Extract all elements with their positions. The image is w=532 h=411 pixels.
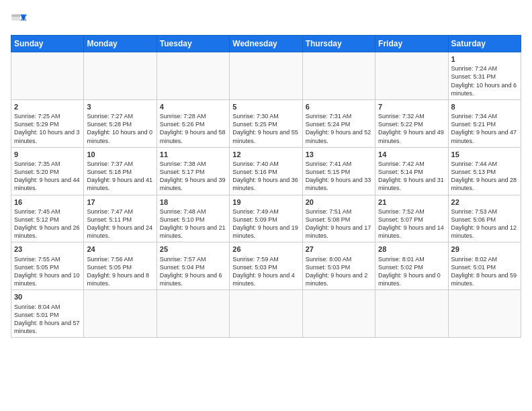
day-cell: 25Sunrise: 7:57 AM Sunset: 5:04 PM Dayli… [157,242,229,290]
day-number: 10 [87,150,153,159]
day-cell [375,52,448,100]
day-number: 9 [14,150,81,159]
weekday-sunday: Sunday [11,36,84,52]
day-number: 24 [87,244,153,254]
day-info: Sunrise: 7:59 AM Sunset: 5:03 PM Dayligh… [232,255,299,288]
day-number: 21 [378,197,445,207]
svg-rect-1 [11,15,20,17]
day-number: 30 [14,292,81,302]
day-number: 5 [232,102,299,111]
day-cell: 13Sunrise: 7:41 AM Sunset: 5:15 PM Dayli… [302,147,375,195]
day-info: Sunrise: 7:55 AM Sunset: 5:05 PM Dayligh… [14,255,81,288]
day-cell [230,290,302,338]
day-cell: 7Sunrise: 7:32 AM Sunset: 5:22 PM Daylig… [375,99,448,147]
week-row-3: 9Sunrise: 7:35 AM Sunset: 5:20 PM Daylig… [11,147,521,195]
day-cell [302,52,375,100]
day-info: Sunrise: 7:52 AM Sunset: 5:07 PM Dayligh… [378,208,445,240]
week-row-5: 23Sunrise: 7:55 AM Sunset: 5:05 PM Dayli… [11,242,521,290]
week-row-6: 30Sunrise: 8:04 AM Sunset: 5:01 PM Dayli… [11,290,521,338]
day-info: Sunrise: 7:42 AM Sunset: 5:14 PM Dayligh… [378,160,445,193]
day-number: 3 [87,102,153,111]
day-cell [84,290,157,338]
day-cell: 1Sunrise: 7:24 AM Sunset: 5:31 PM Daylig… [448,52,521,100]
day-info: Sunrise: 7:40 AM Sunset: 5:16 PM Dayligh… [232,160,299,193]
day-cell: 17Sunrise: 7:47 AM Sunset: 5:11 PM Dayli… [84,195,157,242]
day-cell: 15Sunrise: 7:44 AM Sunset: 5:13 PM Dayli… [448,147,521,195]
weekday-friday: Friday [375,36,448,52]
day-cell: 12Sunrise: 7:40 AM Sunset: 5:16 PM Dayli… [230,147,302,195]
day-number: 25 [160,244,226,254]
day-info: Sunrise: 7:57 AM Sunset: 5:04 PM Dayligh… [160,255,226,288]
day-number: 1 [451,54,518,64]
day-cell: 11Sunrise: 7:38 AM Sunset: 5:17 PM Dayli… [157,147,229,195]
day-number: 26 [232,244,299,254]
day-number: 28 [378,244,445,254]
day-number: 18 [160,197,226,207]
day-cell: 26Sunrise: 7:59 AM Sunset: 5:03 PM Dayli… [230,242,302,290]
day-cell: 5Sunrise: 7:30 AM Sunset: 5:25 PM Daylig… [230,99,302,147]
day-cell: 6Sunrise: 7:31 AM Sunset: 5:24 PM Daylig… [302,99,375,147]
day-cell [375,290,448,338]
calendar: SundayMondayTuesdayWednesdayThursdayFrid… [11,35,521,338]
day-number: 23 [14,244,81,254]
logo-icon [11,11,30,30]
day-number: 4 [160,102,226,111]
day-info: Sunrise: 7:47 AM Sunset: 5:11 PM Dayligh… [87,208,153,240]
day-info: Sunrise: 7:28 AM Sunset: 5:26 PM Dayligh… [160,112,226,145]
header [11,11,521,30]
day-number: 7 [378,102,445,111]
day-cell: 10Sunrise: 7:37 AM Sunset: 5:18 PM Dayli… [84,147,157,195]
day-info: Sunrise: 7:51 AM Sunset: 5:08 PM Dayligh… [306,208,372,240]
day-number: 11 [160,150,226,159]
day-cell: 23Sunrise: 7:55 AM Sunset: 5:05 PM Dayli… [11,242,84,290]
day-cell: 18Sunrise: 7:48 AM Sunset: 5:10 PM Dayli… [157,195,229,242]
day-number: 20 [306,197,372,207]
day-cell: 21Sunrise: 7:52 AM Sunset: 5:07 PM Dayli… [375,195,448,242]
day-number: 27 [306,244,372,254]
day-cell: 2Sunrise: 7:25 AM Sunset: 5:29 PM Daylig… [11,99,84,147]
day-cell: 29Sunrise: 8:02 AM Sunset: 5:01 PM Dayli… [448,242,521,290]
week-row-2: 2Sunrise: 7:25 AM Sunset: 5:29 PM Daylig… [11,99,521,147]
day-cell: 19Sunrise: 7:49 AM Sunset: 5:09 PM Dayli… [230,195,302,242]
day-info: Sunrise: 8:04 AM Sunset: 5:01 PM Dayligh… [14,303,81,336]
day-info: Sunrise: 7:27 AM Sunset: 5:28 PM Dayligh… [87,112,153,145]
day-info: Sunrise: 7:30 AM Sunset: 5:25 PM Dayligh… [232,112,299,145]
day-info: Sunrise: 8:00 AM Sunset: 5:03 PM Dayligh… [306,255,372,288]
day-cell [157,290,229,338]
day-info: Sunrise: 7:34 AM Sunset: 5:21 PM Dayligh… [451,112,518,145]
weekday-tuesday: Tuesday [157,36,229,52]
day-info: Sunrise: 7:44 AM Sunset: 5:13 PM Dayligh… [451,160,518,193]
day-cell: 14Sunrise: 7:42 AM Sunset: 5:14 PM Dayli… [375,147,448,195]
day-cell [11,52,84,100]
day-info: Sunrise: 8:02 AM Sunset: 5:01 PM Dayligh… [451,255,518,288]
day-number: 13 [306,150,372,159]
day-number: 12 [232,150,299,159]
day-number: 8 [451,102,518,111]
day-number: 6 [306,102,372,111]
day-cell: 30Sunrise: 8:04 AM Sunset: 5:01 PM Dayli… [11,290,84,338]
day-cell: 4Sunrise: 7:28 AM Sunset: 5:26 PM Daylig… [157,99,229,147]
day-cell: 16Sunrise: 7:45 AM Sunset: 5:12 PM Dayli… [11,195,84,242]
day-number: 19 [232,197,299,207]
day-info: Sunrise: 7:56 AM Sunset: 5:05 PM Dayligh… [87,255,153,288]
day-cell [302,290,375,338]
week-row-1: 1Sunrise: 7:24 AM Sunset: 5:31 PM Daylig… [11,52,521,100]
weekday-monday: Monday [84,36,157,52]
day-number: 17 [87,197,153,207]
day-cell: 22Sunrise: 7:53 AM Sunset: 5:06 PM Dayli… [448,195,521,242]
day-cell: 9Sunrise: 7:35 AM Sunset: 5:20 PM Daylig… [11,147,84,195]
day-number: 29 [451,244,518,254]
day-info: Sunrise: 7:53 AM Sunset: 5:06 PM Dayligh… [451,208,518,240]
day-info: Sunrise: 7:38 AM Sunset: 5:17 PM Dayligh… [160,160,226,193]
day-cell: 24Sunrise: 7:56 AM Sunset: 5:05 PM Dayli… [84,242,157,290]
day-cell: 28Sunrise: 8:01 AM Sunset: 5:02 PM Dayli… [375,242,448,290]
day-info: Sunrise: 7:45 AM Sunset: 5:12 PM Dayligh… [14,208,81,240]
day-cell: 3Sunrise: 7:27 AM Sunset: 5:28 PM Daylig… [84,99,157,147]
weekday-thursday: Thursday [302,36,375,52]
week-row-4: 16Sunrise: 7:45 AM Sunset: 5:12 PM Dayli… [11,195,521,242]
day-cell: 8Sunrise: 7:34 AM Sunset: 5:21 PM Daylig… [448,99,521,147]
day-info: Sunrise: 7:24 AM Sunset: 5:31 PM Dayligh… [451,64,518,97]
day-number: 22 [451,197,518,207]
logo [11,11,32,30]
weekday-wednesday: Wednesday [230,36,302,52]
